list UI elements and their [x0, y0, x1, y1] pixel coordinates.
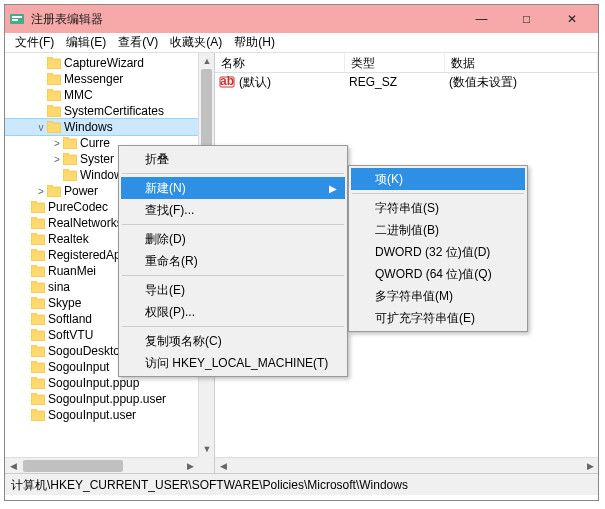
- scroll-left-icon[interactable]: ◀: [215, 458, 231, 474]
- tree-label: SogouInput: [48, 360, 109, 374]
- svg-rect-1: [12, 16, 22, 18]
- list-scrollbar-h[interactable]: ◀ ▶: [215, 457, 598, 473]
- scroll-thumb-h[interactable]: [23, 460, 123, 472]
- folder-icon: [63, 137, 77, 149]
- cm-delete[interactable]: 删除(D): [121, 228, 345, 250]
- tree-label: sina: [48, 280, 70, 294]
- cm-new-binary[interactable]: 二进制值(B): [351, 219, 525, 241]
- cm-rename[interactable]: 重命名(R): [121, 250, 345, 272]
- chevron-right-icon: ▶: [329, 183, 337, 194]
- cm-collapse[interactable]: 折叠: [121, 148, 345, 170]
- context-menu: 折叠 新建(N) ▶ 查找(F)... 删除(D) 重命名(R) 导出(E) 权…: [118, 145, 348, 377]
- folder-icon: [31, 249, 45, 261]
- statusbar: 计算机\HKEY_CURRENT_USER\SOFTWARE\Policies\…: [5, 473, 598, 495]
- scroll-up-icon[interactable]: ▲: [199, 53, 215, 69]
- folder-icon: [47, 105, 61, 117]
- folder-icon: [31, 281, 45, 293]
- cm-new[interactable]: 新建(N) ▶: [121, 177, 345, 199]
- tree-label: SogouInput.ppup: [48, 376, 139, 390]
- menu-help[interactable]: 帮助(H): [228, 32, 281, 53]
- cm-new-string[interactable]: 字符串值(S): [351, 197, 525, 219]
- context-submenu-new: 项(K) 字符串值(S) 二进制值(B) DWORD (32 位)值(D) QW…: [348, 165, 528, 332]
- tree-item[interactable]: SogouInput.user: [5, 407, 214, 423]
- app-icon: [9, 11, 25, 27]
- folder-icon: [47, 89, 61, 101]
- maximize-button[interactable]: □: [504, 5, 549, 33]
- folder-icon: [31, 233, 45, 245]
- expander-icon[interactable]: >: [35, 186, 47, 197]
- tree-item[interactable]: CaptureWizard: [5, 55, 214, 71]
- cm-new-key[interactable]: 项(K): [351, 168, 525, 190]
- tree-item[interactable]: vWindows: [5, 119, 214, 135]
- tree-label: SogouInput.user: [48, 408, 136, 422]
- cm-permissions[interactable]: 权限(P)...: [121, 301, 345, 323]
- tree-item[interactable]: SogouInput.ppup: [5, 375, 214, 391]
- cm-new-expandstring[interactable]: 可扩充字符串值(E): [351, 307, 525, 329]
- window-title: 注册表编辑器: [31, 11, 459, 28]
- scroll-down-icon[interactable]: ▼: [199, 441, 215, 457]
- tree-label: Skype: [48, 296, 81, 310]
- minimize-button[interactable]: —: [459, 5, 504, 33]
- tree-label: CaptureWizard: [64, 56, 144, 70]
- folder-icon: [63, 153, 77, 165]
- folder-icon: [31, 313, 45, 325]
- cm-new-qword[interactable]: QWORD (64 位)值(Q): [351, 263, 525, 285]
- expander-icon[interactable]: >: [51, 138, 63, 149]
- tree-label: RealNetworks: [48, 216, 123, 230]
- scroll-right-icon[interactable]: ▶: [582, 458, 598, 474]
- registry-editor-window: 注册表编辑器 — □ ✕ 文件(F) 编辑(E) 查看(V) 收藏夹(A) 帮助…: [4, 4, 599, 501]
- col-type[interactable]: 类型: [345, 53, 445, 72]
- svg-text:ab: ab: [220, 74, 234, 88]
- folder-icon: [31, 217, 45, 229]
- cm-new-multistring[interactable]: 多字符串值(M): [351, 285, 525, 307]
- cm-copy-key-name[interactable]: 复制项名称(C): [121, 330, 345, 352]
- folder-icon: [63, 169, 77, 181]
- tree-item[interactable]: Messenger: [5, 71, 214, 87]
- tree-item[interactable]: MMC: [5, 87, 214, 103]
- cm-export[interactable]: 导出(E): [121, 279, 345, 301]
- folder-icon: [47, 121, 61, 133]
- folder-icon: [31, 297, 45, 309]
- tree-label: SystemCertificates: [64, 104, 164, 118]
- menu-edit[interactable]: 编辑(E): [60, 32, 112, 53]
- close-button[interactable]: ✕: [549, 5, 594, 33]
- separator: [122, 326, 344, 327]
- folder-icon: [47, 185, 61, 197]
- tree-label: SoftVTU: [48, 328, 93, 342]
- separator: [122, 224, 344, 225]
- list-row[interactable]: ab(默认)REG_SZ(数值未设置): [215, 73, 598, 91]
- tree-item[interactable]: SogouInput.ppup.user: [5, 391, 214, 407]
- separator: [122, 275, 344, 276]
- folder-icon: [31, 329, 45, 341]
- scroll-right-icon[interactable]: ▶: [182, 458, 198, 474]
- menu-favorites[interactable]: 收藏夹(A): [164, 32, 228, 53]
- tree-label: SogouInput.ppup.user: [48, 392, 166, 406]
- folder-icon: [47, 57, 61, 69]
- titlebar[interactable]: 注册表编辑器 — □ ✕: [5, 5, 598, 33]
- cm-goto[interactable]: 访问 HKEY_LOCAL_MACHINE(T): [121, 352, 345, 374]
- col-name[interactable]: 名称: [215, 53, 345, 72]
- value-data: (数值未设置): [449, 74, 598, 91]
- menu-view[interactable]: 查看(V): [112, 32, 164, 53]
- tree-item[interactable]: SystemCertificates: [5, 103, 214, 119]
- tree-label: Power: [64, 184, 98, 198]
- value-type: REG_SZ: [349, 75, 449, 89]
- col-data[interactable]: 数据: [445, 53, 598, 72]
- folder-icon: [31, 201, 45, 213]
- tree-label: Messenger: [64, 72, 123, 86]
- folder-icon: [31, 345, 45, 357]
- folder-icon: [47, 73, 61, 85]
- cm-find[interactable]: 查找(F)...: [121, 199, 345, 221]
- expander-icon[interactable]: v: [35, 122, 47, 133]
- folder-icon: [31, 409, 45, 421]
- scroll-corner: [198, 457, 214, 473]
- scroll-left-icon[interactable]: ◀: [5, 458, 21, 474]
- cm-new-label: 新建(N): [145, 180, 186, 197]
- folder-icon: [31, 361, 45, 373]
- cm-new-dword[interactable]: DWORD (32 位)值(D): [351, 241, 525, 263]
- expander-icon[interactable]: >: [51, 154, 63, 165]
- list-header: 名称 类型 数据: [215, 53, 598, 73]
- folder-icon: [31, 377, 45, 389]
- menu-file[interactable]: 文件(F): [9, 32, 60, 53]
- tree-scrollbar-h[interactable]: ◀ ▶: [5, 457, 198, 473]
